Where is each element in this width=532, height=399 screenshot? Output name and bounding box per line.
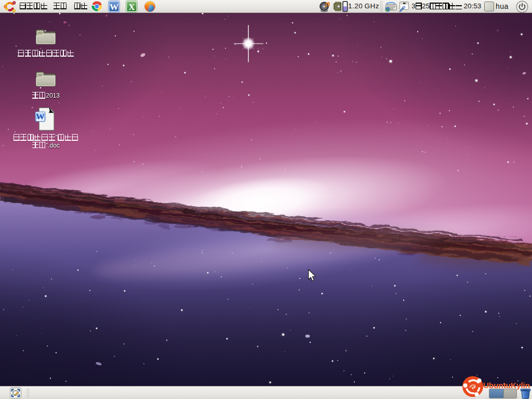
svg-text:W: W — [110, 2, 118, 12]
svg-text:X: X — [128, 2, 135, 12]
svg-text:W: W — [36, 112, 45, 122]
